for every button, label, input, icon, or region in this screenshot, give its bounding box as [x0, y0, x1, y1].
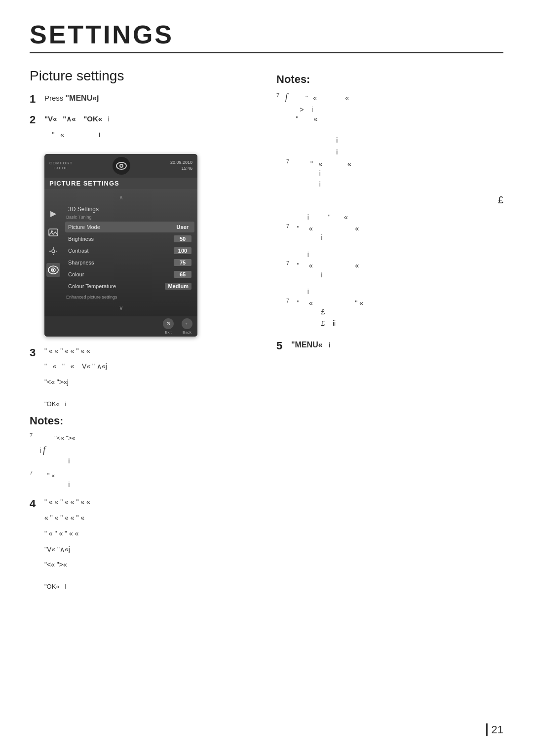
note-left-2-super: 7	[30, 470, 33, 476]
page-number: 21	[486, 723, 503, 736]
tv-colour-label: Colour	[68, 271, 84, 277]
note-right-1-sub2: " «	[286, 115, 503, 123]
note-right-3-super: 7	[286, 223, 289, 229]
note-right-5-line1: i	[286, 286, 503, 297]
note-right-2-detail2: i	[296, 179, 503, 189]
tv-3d-settings-row: 3D Settings	[65, 204, 194, 215]
tv-scroll-up: ∧	[44, 193, 197, 202]
tv-colour-temp-label: Colour Temperature	[68, 283, 116, 289]
note-right-1: 7 f " « « > i " «	[276, 91, 503, 123]
tv-sidebar-settings	[46, 244, 60, 258]
step-number-4: 4	[30, 497, 44, 510]
tv-enhanced-label: Enhanced picture settings	[65, 295, 194, 300]
note-left-2: 7 " « i	[30, 470, 257, 489]
tv-title-bar: PICTURE SETTINGS	[44, 178, 197, 189]
section-title: Picture settings	[30, 68, 257, 84]
step-1: 1 Press "MENU«j	[30, 92, 257, 106]
note-right-2-detail: i	[296, 168, 503, 179]
tv-picture-mode-row: Picture Mode User	[65, 222, 194, 232]
tv-colour-value: 65	[174, 271, 191, 278]
note-right-2-text: i i	[286, 135, 503, 158]
tv-screen-title: PICTURE SETTINGS	[49, 180, 119, 187]
step-3-line1: " « « " « « " « «	[44, 345, 107, 357]
step-3-text: " « « " « « " « « " « " « V« " ∧«j "<« "…	[44, 345, 107, 392]
notes-left: Notes: 7 "<« ">« i f i 7	[30, 415, 257, 489]
note-left-2-sub: i	[39, 481, 257, 489]
notes-left-title: Notes:	[30, 415, 257, 427]
tv-sharpness-value: 75	[174, 259, 191, 266]
note-right-5-super: 7	[286, 298, 289, 303]
note-left-1-text: "<« ">«	[35, 434, 76, 442]
note-right-5-detail: £	[296, 306, 503, 317]
note-right-1-text: f " « «	[282, 94, 349, 102]
tv-3d-label: 3D Settings	[68, 206, 99, 213]
note-right-5-sub: 7 " « " «	[286, 298, 503, 307]
note-right-2-line1: i	[286, 135, 503, 147]
step-5-text: "MENU« i	[291, 339, 330, 351]
tv-sidebar-photo	[46, 226, 60, 239]
note-left-2-text: " «	[35, 472, 55, 480]
note-right-4-line1: i	[286, 249, 503, 260]
note-left-1-super: 7	[30, 432, 33, 438]
svg-point-2	[120, 165, 122, 167]
tv-sharpness-row: Sharpness 75	[65, 257, 194, 268]
left-column: Picture settings 1 Press "MENU«j 2 "V« "…	[30, 68, 257, 597]
tv-basic-tuning-label: Basic Tuning	[65, 215, 194, 220]
tv-back-btn: ← Back	[182, 318, 192, 335]
step-4-line4: "V« "∧«j	[44, 544, 90, 556]
note-right-3-line1: i " «	[286, 212, 503, 223]
step-number-1: 1	[30, 93, 44, 106]
tv-datetime: 20.09.201015:46	[170, 160, 192, 171]
svg-point-5	[52, 250, 55, 253]
note-right-5: i 7 " « " « £ £ ii	[276, 286, 503, 329]
tv-eye-icon	[113, 157, 130, 175]
note-left-1-sub: i f	[39, 443, 257, 457]
step-2-line2: " « i	[44, 129, 110, 141]
tv-picture-mode-value: User	[174, 224, 191, 230]
tv-footer: ⊙ Exit ← Back	[44, 316, 197, 337]
note-right-4-detail: i	[296, 269, 503, 280]
note-right-4-sub: 7 " « «	[286, 260, 503, 269]
note-right-4-text: i	[286, 249, 503, 260]
note-right-5-text: i	[286, 286, 503, 297]
step-4-ok: "OK« i	[44, 582, 257, 592]
step-3: 3 " « « " « « " « « " « " « V« " ∧«j "<«…	[30, 345, 257, 392]
tv-main-menu: 3D Settings Basic Tuning Picture Mode Us…	[62, 202, 197, 303]
tv-brightness-row: Brightness 50	[65, 233, 194, 244]
tv-sidebar: ▶	[44, 202, 62, 303]
note-right-2-super: 7	[286, 158, 289, 164]
tv-contrast-value: 100	[174, 247, 191, 254]
tv-sharpness-label: Sharpness	[68, 260, 94, 265]
tv-colour-row: Colour 65	[65, 269, 194, 280]
note-right-2-sub: 7 " « «	[286, 158, 503, 168]
note-right-3-detail: i	[296, 232, 503, 243]
step-4-line1: " « « " « « " « «	[44, 496, 90, 508]
page-title: SETTINGS	[30, 20, 503, 53]
step-4-line2: « " « " « « " «	[44, 512, 90, 524]
note-right-4-super: 7	[286, 260, 289, 266]
svg-point-12	[52, 269, 54, 271]
step-2-content: "V« "∧« "OK« i " « i	[44, 113, 110, 145]
step-4: 4 " « « " « « " « « « " « " « « " « " « …	[30, 496, 257, 575]
pound-symbol-right: £	[276, 194, 503, 206]
tv-exit-icon: ⊙	[163, 318, 174, 329]
tv-contrast-row: Contrast 100	[65, 245, 194, 256]
tv-back-icon: ←	[182, 318, 192, 329]
tv-colour-temp-row: Colour Temperature Medium	[65, 281, 194, 292]
tv-back-label: Back	[183, 330, 191, 335]
step-4-text: " « « " « « " « « « " « " « « " « " « " …	[44, 496, 90, 575]
tv-picture-mode-label: Picture Mode	[68, 224, 100, 230]
note-right-2: i i 7 " « « i i	[276, 135, 503, 189]
note-right-3-text: i " «	[286, 212, 503, 223]
note-right-1-sub: > i	[286, 104, 503, 115]
tv-exit-label: Exit	[165, 330, 171, 335]
step-1-text: Press "MENU«j	[44, 92, 99, 105]
tv-exit-btn: ⊙ Exit	[163, 318, 174, 335]
tv-scroll-down: ∨	[44, 303, 197, 312]
step-number-3: 3	[30, 346, 44, 359]
step-3-line2: " « " « V« " ∧«j	[44, 361, 107, 373]
tv-body: ∧ ▶	[44, 189, 197, 316]
tv-content: ▶	[44, 202, 197, 303]
note-left-1-sub2: i	[39, 457, 257, 465]
notes-right-title: Notes:	[276, 73, 503, 86]
